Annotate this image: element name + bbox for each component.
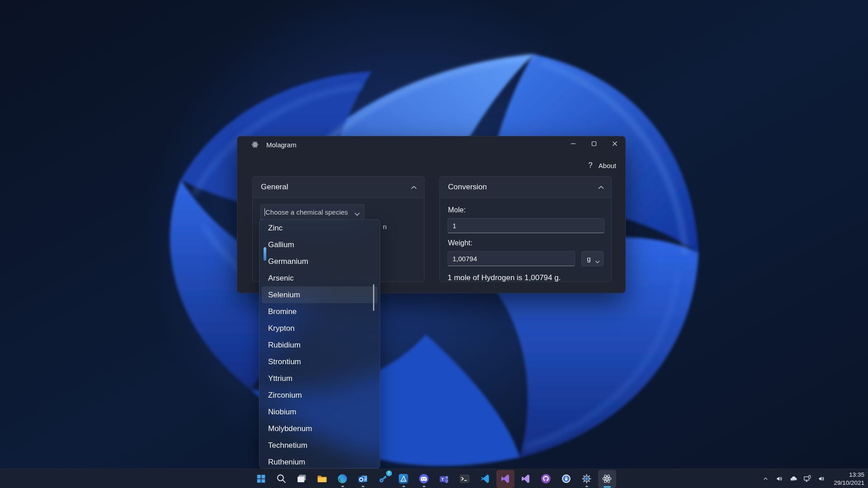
window-title: Molagram: [266, 141, 297, 149]
titlebar[interactable]: Molagram: [237, 136, 625, 153]
dropdown-item[interactable]: Ruthenium: [259, 454, 380, 469]
outlook-icon: [357, 473, 368, 484]
visual-studio-icon: [500, 473, 511, 484]
svg-text:T: T: [441, 477, 444, 482]
occluded-text-fragment: n: [383, 223, 387, 230]
taskbar-button-terminal[interactable]: [456, 470, 474, 488]
dropdown-item[interactable]: Rubidium: [259, 337, 380, 353]
taskbar: 7T 13:35 29/10/2021: [0, 469, 868, 488]
about-button[interactable]: ? About: [584, 159, 621, 172]
mole-label: Mole:: [448, 206, 604, 214]
taskbar-button-keepass[interactable]: [557, 470, 576, 488]
network-icon[interactable]: [803, 474, 812, 483]
dropdown-scrollbar[interactable]: [373, 284, 374, 311]
molagram-icon: [601, 473, 613, 484]
dropdown-item[interactable]: Germanium: [259, 253, 380, 270]
dropdown-item[interactable]: Strontium: [259, 353, 380, 370]
running-indicator: [585, 486, 588, 487]
running-indicator: [402, 486, 405, 487]
taskbar-button-visual-studio-preview[interactable]: [517, 470, 535, 488]
chevron-up-icon[interactable]: [761, 474, 770, 483]
dropdown-item[interactable]: Technetium: [259, 437, 380, 454]
taskbar-button-teams[interactable]: T: [435, 470, 453, 488]
dropdown-item[interactable]: Zinc: [259, 220, 380, 236]
dropdown-item[interactable]: Selenium: [262, 286, 377, 303]
general-title: General: [261, 183, 288, 192]
task-view-icon: [296, 473, 307, 484]
file-explorer-icon: [316, 473, 328, 484]
dropdown-item[interactable]: Yttrium: [259, 370, 380, 387]
taskbar-button-key-app[interactable]: 7: [374, 470, 392, 488]
maximize-button[interactable]: [584, 136, 604, 150]
dropdown-item[interactable]: Gallium: [259, 236, 380, 253]
close-button[interactable]: [604, 136, 625, 150]
species-dropdown-list: ZincGalliumGermaniumArsenicSeleniumBromi…: [259, 220, 380, 468]
minimize-button[interactable]: [563, 136, 584, 150]
conversion-body: Mole: Weight: g 1 mole of Hydrogen is 1,…: [440, 198, 611, 282]
about-row: ? About: [584, 158, 621, 173]
species-dropdown-flyout: ZincGalliumGermaniumArsenicSeleniumBromi…: [259, 219, 380, 469]
onedrive-icon[interactable]: [789, 474, 798, 483]
taskbar-icon-strip: 7T: [0, 469, 868, 488]
volume-icon[interactable]: [775, 474, 784, 483]
taskbar-button-search[interactable]: [273, 470, 291, 488]
clock-date: 29/10/2021: [834, 479, 864, 487]
text-caret: [264, 208, 265, 216]
unit-combobox[interactable]: g: [581, 251, 604, 266]
taskbar-button-edge[interactable]: [334, 470, 352, 488]
species-combobox[interactable]: Choose a chemical species: [260, 204, 364, 220]
keepass-icon: [561, 473, 572, 484]
weight-input[interactable]: [448, 251, 575, 266]
settings-tool-icon: [581, 473, 592, 484]
taskbar-button-affinity-designer[interactable]: [395, 470, 413, 488]
selected-item-pill: [264, 247, 266, 261]
volume-2-icon[interactable]: [817, 474, 826, 483]
taskbar-button-vscode[interactable]: [476, 470, 494, 488]
chevron-up-icon: [411, 183, 417, 191]
general-expander-header[interactable]: General: [253, 177, 424, 198]
chevron-down-icon: [354, 210, 360, 218]
github-desktop-icon: [540, 473, 552, 484]
active-window-indicator: [604, 486, 611, 488]
taskbar-clock[interactable]: 13:35 29/10/2021: [831, 471, 864, 487]
affinity-designer-icon: [398, 473, 409, 484]
general-body: Choose a chemical species: [253, 198, 424, 220]
dropdown-item[interactable]: Bromine: [259, 303, 380, 320]
about-label: About: [599, 162, 616, 169]
atom-app-icon: [251, 141, 259, 149]
dropdown-item[interactable]: Krypton: [259, 320, 380, 337]
chevron-down-icon: [595, 257, 600, 265]
unit-value: g: [587, 255, 590, 263]
running-indicator: [362, 486, 364, 487]
notification-badge: 7: [386, 470, 392, 476]
taskbar-button-discord[interactable]: [415, 470, 433, 488]
conversion-title: Conversion: [448, 183, 487, 192]
conversion-panel: Conversion Mole: Weight: g 1 mole of H: [439, 176, 612, 282]
visual-studio-preview-icon: [520, 473, 531, 484]
edge-icon: [337, 473, 348, 484]
mole-input[interactable]: [448, 218, 604, 233]
taskbar-button-start[interactable]: [252, 470, 270, 488]
taskbar-button-visual-studio[interactable]: [496, 470, 514, 488]
taskbar-button-settings-tool[interactable]: [578, 470, 596, 488]
taskbar-button-file-explorer[interactable]: [313, 470, 331, 488]
running-indicator: [423, 486, 425, 487]
terminal-icon: [459, 473, 470, 484]
taskbar-button-github-desktop[interactable]: [537, 470, 555, 488]
start-icon: [255, 473, 267, 484]
system-tray: 13:35 29/10/2021: [761, 469, 864, 488]
help-icon: ?: [588, 161, 592, 170]
conversion-result-text: 1 mole of Hydrogen is 1,00794 g.: [448, 273, 604, 282]
caption-buttons: [563, 136, 625, 150]
dropdown-item[interactable]: Arsenic: [259, 270, 380, 286]
taskbar-button-molagram[interactable]: [598, 470, 616, 488]
chevron-up-icon: [598, 183, 604, 191]
dropdown-item[interactable]: Zirconium: [259, 387, 380, 404]
conversion-expander-header[interactable]: Conversion: [440, 177, 611, 198]
weight-label: Weight:: [448, 239, 604, 247]
discord-icon: [418, 473, 429, 484]
dropdown-item[interactable]: Molybdenum: [259, 420, 380, 437]
taskbar-button-task-view[interactable]: [293, 470, 311, 488]
dropdown-item[interactable]: Niobium: [259, 404, 380, 420]
taskbar-button-outlook[interactable]: [354, 470, 372, 488]
